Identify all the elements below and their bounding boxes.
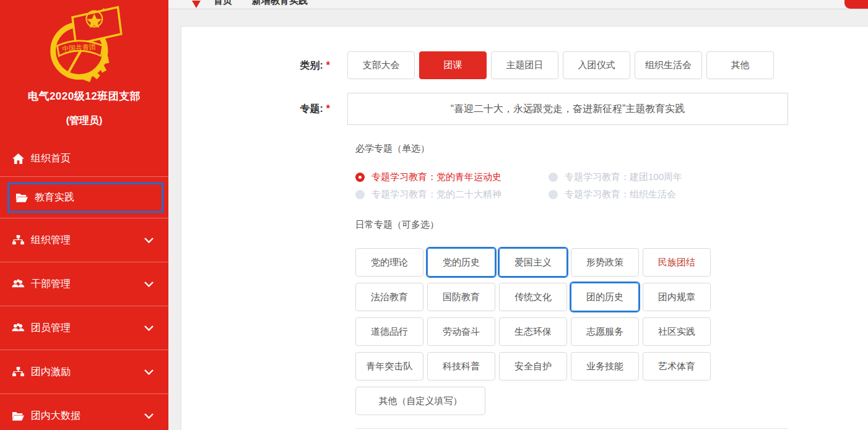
daily-topics-heading: 日常专题（可多选） <box>355 219 788 231</box>
sidebar-item-label: 干部管理 <box>31 278 144 291</box>
section-divider <box>355 428 788 429</box>
daily-topic-options: 党的理论党的历史爱国主义形势政策民族团结法治教育国防教育传统文化团的历史团内规章… <box>355 248 727 415</box>
corner-button[interactable] <box>844 0 868 9</box>
top-bar: 首页 新增教育实践 <box>168 0 868 9</box>
radio-label: 专题学习教育：党的二十大精神 <box>371 189 501 200</box>
daily-topic-button[interactable]: 科技科普 <box>427 352 495 381</box>
sidebar-item-cadre-management[interactable]: 干部管理 <box>0 262 168 306</box>
chevron-down-icon <box>144 366 154 377</box>
chevron-down-icon <box>144 234 154 246</box>
sidebar-item-label: 团内激励 <box>31 366 144 379</box>
radio-label: 专题学习教育：建团100周年 <box>565 171 682 183</box>
users-icon <box>11 279 25 289</box>
required-topic-radio[interactable]: 专题学习教育：党的青年运动史 <box>355 170 549 184</box>
folder-open-icon <box>11 411 25 421</box>
users-icon <box>11 323 25 333</box>
category-label: 类别:* <box>181 51 347 79</box>
daily-topic-button[interactable]: 志愿服务 <box>571 317 639 346</box>
radio-icon <box>355 173 365 182</box>
main-content: 类别:* 支部大会团课主题团日入团仪式组织生活会其他 专题:* “喜迎二十大，永… <box>168 10 868 430</box>
sidebar-item-incentives[interactable]: 团内激励 <box>0 350 168 394</box>
radio-icon <box>549 173 558 182</box>
sidebar-active-item-wrap: 教育实践 <box>0 177 168 218</box>
sidebar-item-education-practice[interactable]: 教育实践 <box>7 183 163 213</box>
daily-topic-button[interactable]: 民族团结 <box>643 248 711 277</box>
required-topics-heading: 必学专题（单选） <box>355 143 788 155</box>
category-option-button[interactable]: 其他 <box>706 51 774 79</box>
form-card: 类别:* 支部大会团课主题团日入团仪式组织生活会其他 专题:* “喜迎二十大，永… <box>181 26 868 430</box>
location-pin-icon <box>192 1 201 8</box>
sidebar-menu: 组织首页教育实践组织管理干部管理团员管理团内激励团内大数据 <box>0 141 168 430</box>
required-topic-radio[interactable]: 专题学习教育：组织生活会 <box>549 187 788 201</box>
chevron-down-icon <box>144 278 154 290</box>
daily-topic-button[interactable]: 业务技能 <box>571 352 639 381</box>
sidebar-item-label: 团员管理 <box>31 322 144 335</box>
sidebar: 中国共青团 电气2020级12班团支部 (管理员) 组织首页教育实践组织管理干部… <box>0 0 168 430</box>
folder-open-icon <box>15 192 28 202</box>
required-asterisk: * <box>326 103 330 114</box>
daily-topic-button[interactable]: 安全自护 <box>499 352 567 381</box>
daily-topic-button[interactable]: 艺术体育 <box>643 352 711 381</box>
org-role: (管理员) <box>0 114 168 127</box>
category-row: 类别:* 支部大会团课主题团日入团仪式组织生活会其他 <box>181 51 868 79</box>
daily-topic-button[interactable]: 团内规章 <box>643 283 711 311</box>
daily-topic-button[interactable]: 国防教育 <box>427 283 495 311</box>
daily-topic-button[interactable]: 党的理论 <box>355 248 423 277</box>
sitemap-icon <box>11 367 25 377</box>
category-option-button[interactable]: 主题团日 <box>491 51 558 79</box>
radio-icon <box>549 190 558 199</box>
topic-row: 专题:* “喜迎二十大，永远跟党走，奋进新征程”主题教育实践 必学专题（单选） … <box>181 93 868 429</box>
daily-topic-button[interactable]: 劳动奋斗 <box>427 317 495 346</box>
daily-topic-button[interactable]: 形势政策 <box>571 248 639 277</box>
radio-label: 专题学习教育：组织生活会 <box>565 189 676 200</box>
sidebar-item-big-data[interactable]: 团内大数据 <box>0 394 168 430</box>
daily-topic-button[interactable]: 党的历史 <box>427 248 495 277</box>
daily-topic-button[interactable]: 团的历史 <box>571 283 639 311</box>
daily-topic-button[interactable]: 爱国主义 <box>499 248 567 277</box>
chevron-down-icon <box>144 410 154 421</box>
daily-topic-button[interactable]: 传统文化 <box>499 283 567 311</box>
communist-youth-league-emblem-icon: 中国共青团 <box>42 4 126 85</box>
required-asterisk: * <box>326 60 330 71</box>
sidebar-item-label: 团内大数据 <box>31 410 144 423</box>
daily-topic-button[interactable]: 青年突击队 <box>355 352 423 381</box>
sidebar-item-label: 组织管理 <box>31 234 144 247</box>
selected-topic-title[interactable]: “喜迎二十大，永远跟党走，奋进新征程”主题教育实践 <box>347 93 788 125</box>
home-icon <box>11 153 25 164</box>
radio-icon <box>355 190 365 199</box>
category-option-button[interactable]: 团课 <box>419 51 487 79</box>
daily-topic-button[interactable]: 其他（自定义填写） <box>355 387 485 415</box>
required-topic-radio[interactable]: 专题学习教育：党的二十大精神 <box>355 187 549 201</box>
org-name: 电气2020级12班团支部 <box>0 89 168 103</box>
league-emblem-logo: 中国共青团 <box>0 0 168 84</box>
topic-body: 必学专题（单选） 专题学习教育：党的青年运动史专题学习教育：建团100周年专题学… <box>355 143 788 429</box>
required-topic-options: 专题学习教育：党的青年运动史专题学习教育：建团100周年专题学习教育：党的二十大… <box>355 170 788 201</box>
daily-topic-button[interactable]: 道德品行 <box>355 317 423 346</box>
category-option-button[interactable]: 组织生活会 <box>635 51 702 79</box>
daily-topic-button[interactable]: 法治教育 <box>355 283 423 311</box>
sidebar-item-member-management[interactable]: 团员管理 <box>0 306 168 350</box>
topic-label: 专题:* <box>181 93 347 429</box>
required-topic-radio[interactable]: 专题学习教育：建团100周年 <box>549 170 788 184</box>
category-options: 支部大会团课主题团日入团仪式组织生活会其他 <box>347 51 778 79</box>
sidebar-item-label: 组织首页 <box>31 152 168 165</box>
breadcrumb-clipped: 首页 <box>214 0 232 7</box>
daily-topic-button[interactable]: 社区实践 <box>643 317 711 346</box>
category-option-button[interactable]: 支部大会 <box>347 51 415 79</box>
topic-content: “喜迎二十大，永远跟党走，奋进新征程”主题教育实践 必学专题（单选） 专题学习教… <box>347 93 788 429</box>
sitemap-icon <box>11 235 25 245</box>
daily-topic-button[interactable]: 生态环保 <box>499 317 567 346</box>
sidebar-item-label: 教育实践 <box>35 191 162 204</box>
radio-label: 专题学习教育：党的青年运动史 <box>371 171 501 183</box>
chevron-down-icon <box>144 322 154 333</box>
sidebar-item-home[interactable]: 组织首页 <box>0 141 168 177</box>
sidebar-item-org-management[interactable]: 组织管理 <box>0 218 168 262</box>
page-title-clipped: 新增教育实践 <box>252 0 308 7</box>
category-option-button[interactable]: 入团仪式 <box>563 51 630 79</box>
